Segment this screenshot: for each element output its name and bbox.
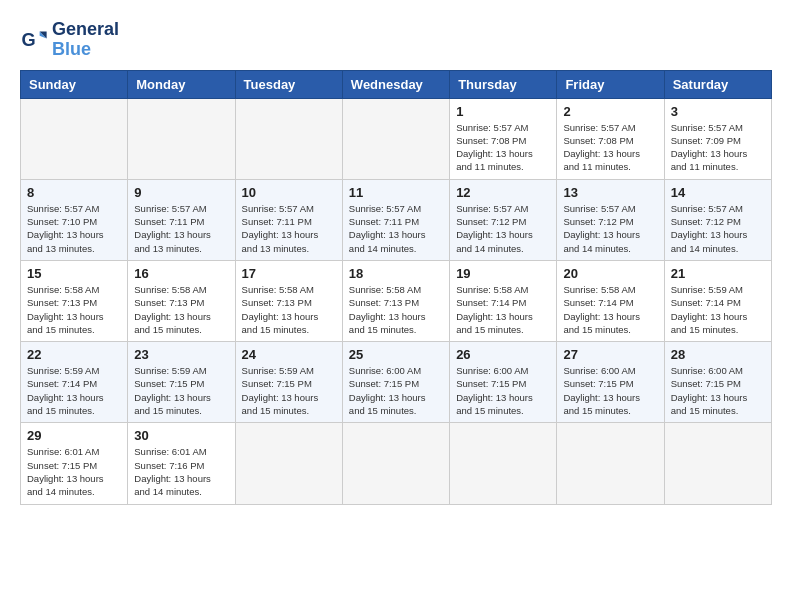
day-number: 3	[671, 104, 765, 119]
calendar-cell: 1 Sunrise: 5:57 AM Sunset: 7:08 PM Dayli…	[450, 98, 557, 179]
calendar-cell: 27 Sunrise: 6:00 AM Sunset: 7:15 PM Dayl…	[557, 342, 664, 423]
day-info: Sunrise: 6:01 AM Sunset: 7:15 PM Dayligh…	[27, 445, 121, 498]
day-info: Sunrise: 6:01 AM Sunset: 7:16 PM Dayligh…	[134, 445, 228, 498]
weekday-header: Wednesday	[342, 70, 449, 98]
weekday-header: Thursday	[450, 70, 557, 98]
calendar-cell: 24 Sunrise: 5:59 AM Sunset: 7:15 PM Dayl…	[235, 342, 342, 423]
day-number: 23	[134, 347, 228, 362]
day-number: 27	[563, 347, 657, 362]
weekday-header: Tuesday	[235, 70, 342, 98]
day-number: 19	[456, 266, 550, 281]
day-number: 20	[563, 266, 657, 281]
day-number: 14	[671, 185, 765, 200]
logo-icon: G	[20, 26, 48, 54]
calendar-cell	[342, 98, 449, 179]
day-info: Sunrise: 6:00 AM Sunset: 7:15 PM Dayligh…	[456, 364, 550, 417]
weekday-header: Saturday	[664, 70, 771, 98]
day-number: 28	[671, 347, 765, 362]
day-info: Sunrise: 5:57 AM Sunset: 7:11 PM Dayligh…	[349, 202, 443, 255]
day-info: Sunrise: 5:58 AM Sunset: 7:13 PM Dayligh…	[242, 283, 336, 336]
calendar-cell: 9 Sunrise: 5:57 AM Sunset: 7:11 PM Dayli…	[128, 179, 235, 260]
calendar-cell: 14 Sunrise: 5:57 AM Sunset: 7:12 PM Dayl…	[664, 179, 771, 260]
day-number: 2	[563, 104, 657, 119]
calendar-cell: 11 Sunrise: 5:57 AM Sunset: 7:11 PM Dayl…	[342, 179, 449, 260]
calendar-cell: 16 Sunrise: 5:58 AM Sunset: 7:13 PM Dayl…	[128, 260, 235, 341]
day-number: 30	[134, 428, 228, 443]
calendar-cell: 25 Sunrise: 6:00 AM Sunset: 7:15 PM Dayl…	[342, 342, 449, 423]
day-info: Sunrise: 5:58 AM Sunset: 7:14 PM Dayligh…	[563, 283, 657, 336]
day-number: 1	[456, 104, 550, 119]
day-info: Sunrise: 5:57 AM Sunset: 7:09 PM Dayligh…	[671, 121, 765, 174]
day-info: Sunrise: 5:57 AM Sunset: 7:08 PM Dayligh…	[456, 121, 550, 174]
day-info: Sunrise: 5:59 AM Sunset: 7:15 PM Dayligh…	[242, 364, 336, 417]
calendar-cell: 23 Sunrise: 5:59 AM Sunset: 7:15 PM Dayl…	[128, 342, 235, 423]
day-number: 17	[242, 266, 336, 281]
day-number: 24	[242, 347, 336, 362]
calendar-cell: 13 Sunrise: 5:57 AM Sunset: 7:12 PM Dayl…	[557, 179, 664, 260]
day-info: Sunrise: 5:58 AM Sunset: 7:13 PM Dayligh…	[349, 283, 443, 336]
day-number: 13	[563, 185, 657, 200]
day-number: 22	[27, 347, 121, 362]
day-number: 18	[349, 266, 443, 281]
calendar-cell: 2 Sunrise: 5:57 AM Sunset: 7:08 PM Dayli…	[557, 98, 664, 179]
calendar-cell: 26 Sunrise: 6:00 AM Sunset: 7:15 PM Dayl…	[450, 342, 557, 423]
day-number: 15	[27, 266, 121, 281]
calendar-cell: 28 Sunrise: 6:00 AM Sunset: 7:15 PM Dayl…	[664, 342, 771, 423]
calendar: SundayMondayTuesdayWednesdayThursdayFrid…	[20, 70, 772, 505]
day-info: Sunrise: 5:59 AM Sunset: 7:15 PM Dayligh…	[134, 364, 228, 417]
calendar-cell	[21, 98, 128, 179]
calendar-cell: 29 Sunrise: 6:01 AM Sunset: 7:15 PM Dayl…	[21, 423, 128, 504]
weekday-header: Friday	[557, 70, 664, 98]
weekday-header: Monday	[128, 70, 235, 98]
day-info: Sunrise: 6:00 AM Sunset: 7:15 PM Dayligh…	[671, 364, 765, 417]
calendar-cell	[450, 423, 557, 504]
day-info: Sunrise: 5:57 AM Sunset: 7:10 PM Dayligh…	[27, 202, 121, 255]
day-info: Sunrise: 5:58 AM Sunset: 7:13 PM Dayligh…	[27, 283, 121, 336]
calendar-cell: 19 Sunrise: 5:58 AM Sunset: 7:14 PM Dayl…	[450, 260, 557, 341]
calendar-cell: 21 Sunrise: 5:59 AM Sunset: 7:14 PM Dayl…	[664, 260, 771, 341]
day-info: Sunrise: 5:57 AM Sunset: 7:12 PM Dayligh…	[456, 202, 550, 255]
logo-text: GeneralBlue	[52, 20, 119, 60]
day-number: 29	[27, 428, 121, 443]
day-number: 11	[349, 185, 443, 200]
page-header: G GeneralBlue	[20, 20, 772, 60]
calendar-cell: 20 Sunrise: 5:58 AM Sunset: 7:14 PM Dayl…	[557, 260, 664, 341]
svg-text:G: G	[21, 29, 35, 49]
calendar-cell	[235, 98, 342, 179]
calendar-cell	[342, 423, 449, 504]
calendar-cell	[664, 423, 771, 504]
day-number: 21	[671, 266, 765, 281]
day-number: 8	[27, 185, 121, 200]
day-info: Sunrise: 5:57 AM Sunset: 7:11 PM Dayligh…	[134, 202, 228, 255]
day-number: 12	[456, 185, 550, 200]
logo: G GeneralBlue	[20, 20, 119, 60]
weekday-header: Sunday	[21, 70, 128, 98]
day-number: 25	[349, 347, 443, 362]
day-number: 16	[134, 266, 228, 281]
calendar-cell	[557, 423, 664, 504]
calendar-cell	[235, 423, 342, 504]
day-info: Sunrise: 6:00 AM Sunset: 7:15 PM Dayligh…	[563, 364, 657, 417]
calendar-cell: 15 Sunrise: 5:58 AM Sunset: 7:13 PM Dayl…	[21, 260, 128, 341]
calendar-cell: 30 Sunrise: 6:01 AM Sunset: 7:16 PM Dayl…	[128, 423, 235, 504]
calendar-cell: 12 Sunrise: 5:57 AM Sunset: 7:12 PM Dayl…	[450, 179, 557, 260]
calendar-cell: 10 Sunrise: 5:57 AM Sunset: 7:11 PM Dayl…	[235, 179, 342, 260]
day-number: 10	[242, 185, 336, 200]
day-info: Sunrise: 5:59 AM Sunset: 7:14 PM Dayligh…	[27, 364, 121, 417]
day-info: Sunrise: 5:59 AM Sunset: 7:14 PM Dayligh…	[671, 283, 765, 336]
day-info: Sunrise: 5:58 AM Sunset: 7:13 PM Dayligh…	[134, 283, 228, 336]
calendar-cell: 3 Sunrise: 5:57 AM Sunset: 7:09 PM Dayli…	[664, 98, 771, 179]
day-info: Sunrise: 5:57 AM Sunset: 7:11 PM Dayligh…	[242, 202, 336, 255]
day-number: 26	[456, 347, 550, 362]
day-info: Sunrise: 5:57 AM Sunset: 7:12 PM Dayligh…	[563, 202, 657, 255]
day-number: 9	[134, 185, 228, 200]
calendar-cell: 18 Sunrise: 5:58 AM Sunset: 7:13 PM Dayl…	[342, 260, 449, 341]
day-info: Sunrise: 5:57 AM Sunset: 7:12 PM Dayligh…	[671, 202, 765, 255]
day-info: Sunrise: 5:58 AM Sunset: 7:14 PM Dayligh…	[456, 283, 550, 336]
calendar-cell: 22 Sunrise: 5:59 AM Sunset: 7:14 PM Dayl…	[21, 342, 128, 423]
day-info: Sunrise: 6:00 AM Sunset: 7:15 PM Dayligh…	[349, 364, 443, 417]
day-info: Sunrise: 5:57 AM Sunset: 7:08 PM Dayligh…	[563, 121, 657, 174]
calendar-cell: 8 Sunrise: 5:57 AM Sunset: 7:10 PM Dayli…	[21, 179, 128, 260]
calendar-cell: 17 Sunrise: 5:58 AM Sunset: 7:13 PM Dayl…	[235, 260, 342, 341]
calendar-cell	[128, 98, 235, 179]
